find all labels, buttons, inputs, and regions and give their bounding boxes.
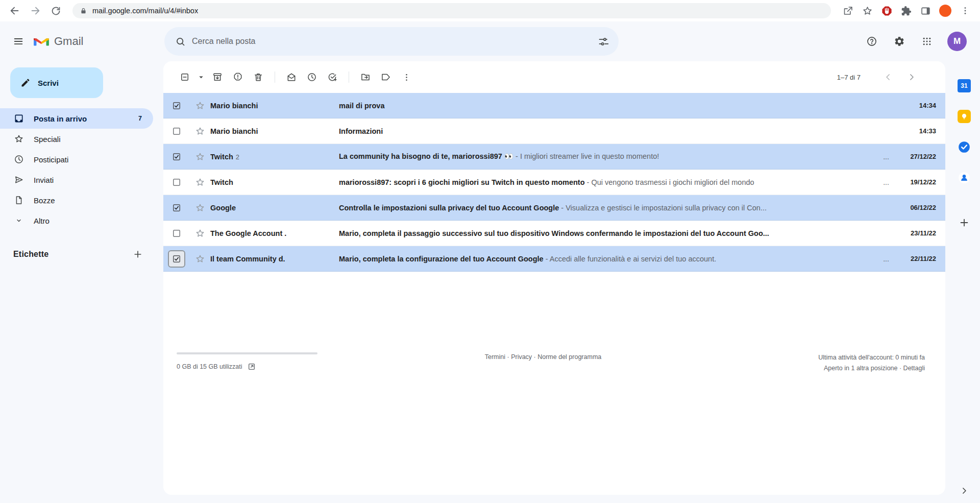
row-star-icon[interactable] [190,152,210,162]
mail-list-card: 1–7 di 7 Mario bianchimail di prova14:34… [163,61,945,495]
row-subject: Mario, completa la configurazione del tu… [339,255,544,263]
row-trailing-ellipsis: ... [877,153,895,161]
clock-icon [13,154,24,164]
labels-heading: Etichette [13,250,48,259]
account-avatar[interactable]: M [947,32,967,51]
row-subject: mariorossi897: scopri i 6 giochi miglior… [339,178,585,186]
select-dropdown-icon[interactable] [195,67,207,87]
row-subject-snippet: La community ha bisogno di te, marioross… [339,152,877,161]
row-checkbox[interactable] [168,174,185,191]
report-spam-icon[interactable] [228,67,248,87]
settings-gear-icon[interactable] [887,29,912,54]
sidebar-item-label: Posticipati [34,155,68,164]
labels-icon[interactable] [376,67,396,87]
email-row[interactable]: Mario bianchimail di prova14:34 [163,93,945,118]
select-all-checkbox-icon[interactable] [175,67,195,87]
row-star-icon[interactable] [190,254,210,264]
row-star-icon[interactable] [190,101,210,111]
pencil-icon [20,78,31,88]
archive-icon[interactable] [207,67,228,87]
row-date: 06/12/22 [895,204,936,211]
side-panel-strip: 31 [948,61,980,503]
pagination-label: 1–7 di 7 [837,74,861,81]
older-page-chevron-icon[interactable] [902,68,921,86]
browser-profile-avatar[interactable] [939,5,951,17]
row-sender: Twitch2 [210,153,339,161]
show-panel-chevron-icon[interactable] [959,486,969,496]
sidebar-item-inviati[interactable]: Inviati [0,170,153,190]
search-filters-icon[interactable] [591,30,615,53]
row-star-icon[interactable] [190,203,210,213]
chrome-menu-icon[interactable] [957,2,974,19]
browser-toolbar: mail.google.com/mail/u/4/#inbox [0,0,980,21]
help-icon[interactable] [860,29,884,54]
sidebar-item-altro[interactable]: Altro [0,210,153,231]
sidebar-item-bozze[interactable]: Bozze [0,190,153,210]
row-checkbox[interactable] [168,123,185,140]
more-options-icon[interactable] [396,67,416,87]
snooze-icon[interactable] [302,67,322,87]
mark-as-read-icon[interactable] [281,67,302,87]
row-checkbox[interactable] [168,199,185,217]
back-icon[interactable] [6,2,23,19]
gmail-logo[interactable]: Gmail [33,35,90,48]
email-row[interactable]: Mario bianchiInformazioni14:33 [163,118,945,144]
unread-count: 7 [138,115,153,122]
draft-icon [13,195,24,205]
bookmark-star-icon[interactable] [859,2,876,19]
gmail-app: Gmail M [0,21,980,503]
search-input[interactable] [192,37,591,46]
email-row[interactable]: Il team Community d.Mario, completa la c… [163,246,945,272]
email-row[interactable]: Twitch2La community ha bisogno di te, ma… [163,144,945,170]
row-snippet: - I migliori streamer live in questo mom… [513,152,659,160]
external-link-icon[interactable] [248,363,256,371]
row-sender: Il team Community d. [210,255,339,263]
email-row[interactable]: GoogleControlla le impostazioni sulla pr… [163,195,945,221]
inbox-icon [13,113,24,124]
email-row[interactable]: The Google Account .Mario, completa il p… [163,221,945,246]
row-subject-snippet: Informazioni [339,127,877,135]
forward-icon[interactable] [27,2,44,19]
create-label-plus-icon[interactable] [129,245,147,264]
row-date: 22/11/22 [895,255,936,262]
url-text[interactable]: mail.google.com/mail/u/4/#inbox [92,7,198,15]
address-bar[interactable]: mail.google.com/mail/u/4/#inbox [72,3,831,18]
email-row[interactable]: Twitchmariorossi897: scopri i 6 giochi m… [163,170,945,195]
extensions-icon[interactable] [897,2,915,19]
search-icon[interactable] [168,30,192,53]
sidebar-item-posticipati[interactable]: Posticipati [0,149,153,170]
sidebar-item-label: Speciali [34,135,61,143]
tasks-icon[interactable] [957,140,971,154]
calendar-icon[interactable]: 31 [957,79,971,93]
reload-icon[interactable] [47,2,64,19]
row-star-icon[interactable] [190,126,210,136]
row-sender: The Google Account . [210,229,339,237]
lock-icon[interactable] [80,7,87,15]
adblock-icon[interactable] [878,2,895,19]
sidebar-item-speciali[interactable]: Speciali [0,129,153,149]
newer-page-chevron-icon[interactable] [879,68,897,86]
search-bar [164,27,619,56]
keep-icon[interactable] [957,109,971,124]
move-to-icon[interactable] [355,67,376,87]
side-panel-icon[interactable] [917,2,934,19]
row-star-icon[interactable] [190,177,210,187]
row-checkbox[interactable] [168,250,185,268]
legal-links[interactable]: Termini · Privacy · Norme del programma [330,352,756,361]
compose-button[interactable]: Scrivi [10,67,103,98]
delete-icon[interactable] [248,67,268,87]
sidebar-item-posta-in-arrivo[interactable]: Posta in arrivo7 [0,108,153,129]
add-to-tasks-icon[interactable] [322,67,342,87]
row-star-icon[interactable] [190,228,210,238]
get-addons-plus-icon[interactable] [957,215,971,230]
contacts-icon[interactable] [957,171,971,185]
main-menu-icon[interactable] [6,29,31,54]
row-checkbox[interactable] [168,225,185,242]
activity-details-link[interactable]: Aperto in 1 altra posizione · Dettagli [756,363,925,374]
share-icon[interactable] [839,2,856,19]
google-apps-icon[interactable] [915,29,939,54]
row-checkbox[interactable] [168,148,185,165]
toolbar-divider [275,71,275,83]
row-checkbox[interactable] [168,97,185,114]
star-icon [13,134,24,144]
